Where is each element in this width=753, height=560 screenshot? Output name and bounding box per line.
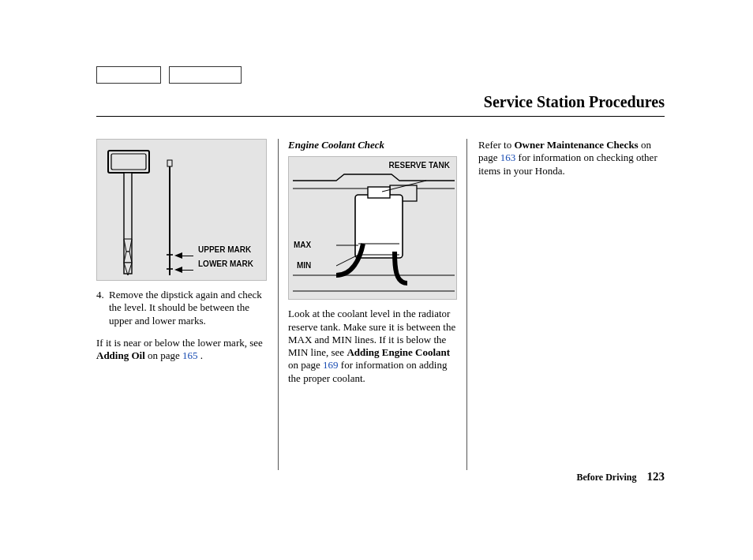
t: on page: [288, 359, 323, 371]
coolant-figure: RESERVE TANK MAX MIN: [288, 156, 457, 300]
column-3: Refer to Owner Maintenance Checks on pag…: [467, 139, 665, 470]
adding-oil-ref: Adding Oil: [96, 349, 145, 361]
lower-mark-label: LOWER MARK: [198, 259, 253, 270]
max-label: MAX: [294, 241, 311, 251]
col3-para: Refer to Owner Maintenance Checks on pag…: [478, 139, 665, 177]
col1-para2: If it is near or below the lower mark, s…: [96, 337, 267, 363]
top-tab-boxes: [96, 66, 665, 84]
t: If it is near or below the lower mark, s…: [96, 337, 263, 349]
coolant-svg: [289, 157, 458, 301]
coolant-heading: Engine Coolant Check: [288, 139, 457, 151]
tab-box-2: [169, 66, 242, 84]
title-rule: [96, 116, 665, 117]
svg-rect-7: [167, 160, 172, 166]
owner-maintenance-ref: Owner Maintenance Checks: [514, 139, 638, 151]
page-link-165[interactable]: 165: [182, 349, 198, 361]
step-number: 4.: [96, 289, 109, 327]
upper-mark-label: UPPER MARK: [198, 245, 251, 256]
t: .: [198, 349, 204, 361]
page-link-169[interactable]: 169: [323, 359, 339, 371]
footer-section: Before Driving: [576, 472, 636, 483]
footer: Before Driving 123: [576, 470, 665, 483]
min-label: MIN: [297, 261, 311, 271]
page-title: Service Station Procedures: [96, 93, 665, 111]
column-2: Engine Coolant Check: [278, 139, 467, 470]
svg-rect-1: [111, 154, 146, 170]
arrow-lower-icon: [174, 263, 193, 275]
tab-box-1: [96, 66, 161, 84]
footer-page-number: 123: [647, 470, 665, 483]
svg-rect-12: [368, 187, 390, 198]
page-link-163[interactable]: 163: [500, 151, 516, 163]
content-columns: UPPER MARK LOWER MARK 4. Remove the dips…: [96, 139, 665, 470]
column-1: UPPER MARK LOWER MARK 4. Remove the dips…: [96, 139, 278, 470]
t: on page: [145, 349, 182, 361]
dipstick-figure: UPPER MARK LOWER MARK: [96, 139, 267, 281]
adding-coolant-ref: Adding Engine Coolant: [347, 346, 450, 358]
reserve-tank-label: RESERVE TANK: [389, 162, 450, 170]
t: Refer to: [478, 139, 514, 151]
col2-para: Look at the coolant level in the radiato…: [288, 308, 457, 385]
step-4: 4. Remove the dipstick again and check t…: [96, 289, 267, 327]
step-text: Remove the dipstick again and check the …: [109, 289, 267, 327]
arrow-upper-icon: [174, 248, 193, 261]
